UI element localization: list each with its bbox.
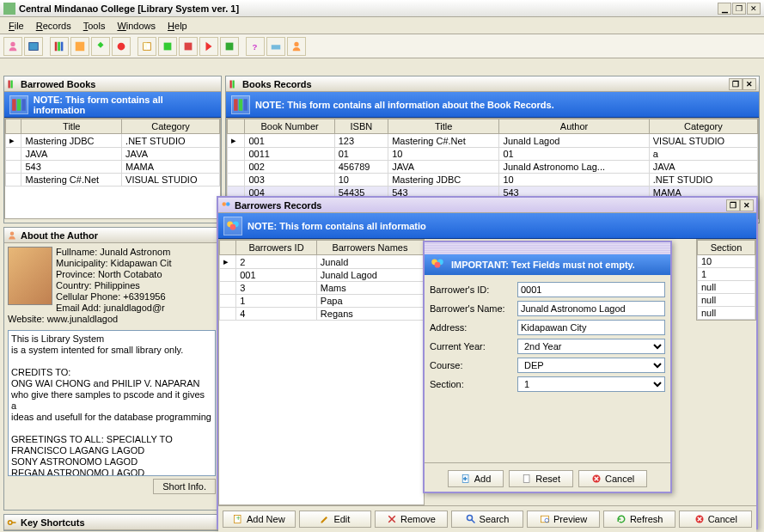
panel-title: Barrowers Records: [235, 200, 322, 211]
refresh-button[interactable]: Refresh: [603, 511, 676, 528]
tb-icon-6[interactable]: [112, 37, 131, 56]
svg-point-30: [230, 223, 236, 229]
dialog-grip[interactable]: [425, 242, 670, 254]
borrower-form-dialog: IMPORTANT: Text Fields must not empty. B…: [423, 241, 672, 493]
svg-rect-9: [226, 42, 234, 50]
table-row: 002456789JAVAJunald Astronomo Lag...JAVA: [228, 161, 758, 174]
svg-rect-4: [61, 41, 64, 51]
svg-rect-15: [12, 99, 16, 111]
key-shortcuts-panel: Key Shortcuts: [3, 514, 220, 531]
tb-icon-9[interactable]: [179, 37, 198, 56]
people-icon: [221, 200, 231, 211]
svg-point-33: [467, 516, 472, 521]
tb-icon-1[interactable]: [3, 37, 22, 56]
borrowed-books-panel: Barrowed Books NOTE: This form contains …: [3, 76, 222, 223]
year-select[interactable]: 2nd Year: [517, 339, 665, 354]
edit-button[interactable]: Edit: [299, 511, 372, 528]
close-button[interactable]: ✕: [747, 3, 761, 15]
svg-rect-16: [17, 99, 21, 111]
borrowed-grid[interactable]: TitleCategory ▸Mastering JDBC.NET STUDIO…: [4, 118, 221, 219]
panel-close-button[interactable]: ✕: [740, 199, 754, 211]
table-row: 3Mams: [220, 282, 424, 295]
books-icon: [231, 95, 250, 114]
maximize-button[interactable]: ❐: [732, 3, 746, 15]
tb-user-icon[interactable]: [287, 37, 306, 56]
menubar: File Records Tools Windows Help: [0, 17, 764, 34]
svg-rect-18: [230, 80, 232, 88]
panel-close-button[interactable]: ✕: [743, 78, 756, 90]
menu-windows[interactable]: Windows: [112, 19, 161, 33]
panel-title: Barrowed Books: [21, 79, 95, 89]
svg-rect-8: [185, 42, 193, 50]
titlebar: Central Mindanao College [Library System…: [0, 0, 764, 17]
address-input[interactable]: [517, 320, 665, 335]
minimize-button[interactable]: ▁: [718, 3, 731, 15]
tb-icon-5[interactable]: [91, 37, 110, 56]
add-new-button[interactable]: +Add New: [223, 511, 296, 528]
reset-button[interactable]: Reset: [509, 470, 573, 487]
tb-books-icon[interactable]: [50, 37, 69, 56]
menu-tools[interactable]: Tools: [78, 19, 111, 33]
tb-icon-8[interactable]: [158, 37, 177, 56]
preview-button[interactable]: Preview: [527, 511, 600, 528]
svg-rect-41: [524, 475, 530, 483]
panel-title: About the Author: [21, 230, 98, 241]
svg-point-26: [223, 202, 227, 206]
tb-icon-4[interactable]: [70, 37, 89, 56]
svg-point-39: [435, 262, 441, 268]
panel-max-button[interactable]: ❐: [726, 199, 740, 211]
table-row: ▸001123Mastering C#.NetJunald LagodVISUA…: [228, 134, 758, 148]
table-row: 543MAMA: [6, 161, 220, 174]
cancel-button[interactable]: Cancel: [679, 511, 752, 528]
svg-rect-5: [76, 41, 85, 51]
svg-rect-2: [55, 41, 58, 51]
remove-button[interactable]: Remove: [375, 511, 448, 528]
tb-icon-10[interactable]: [199, 37, 218, 56]
menu-help[interactable]: Help: [162, 19, 193, 33]
table-row: ▸2Junald: [220, 255, 424, 269]
tb-icon-13[interactable]: [266, 37, 285, 56]
about-author-panel: About the Author Fullname: Junald Astron…: [3, 227, 220, 511]
svg-point-27: [226, 202, 230, 206]
menu-records[interactable]: Records: [31, 19, 76, 33]
svg-rect-3: [58, 41, 60, 51]
table-row: 00310Mastering JDBC10.NET STUDIO: [228, 174, 758, 187]
borrower-name-input[interactable]: [517, 301, 665, 316]
svg-rect-19: [233, 80, 235, 88]
tb-icon-2[interactable]: [24, 37, 43, 56]
svg-rect-7: [164, 42, 172, 50]
svg-rect-1: [29, 42, 39, 50]
short-info-button[interactable]: Short Info.: [153, 479, 216, 494]
note-bar: NOTE: This form contains all information…: [226, 92, 759, 118]
course-select[interactable]: DEP: [517, 358, 665, 373]
panel-max-button[interactable]: ❐: [729, 78, 743, 90]
table-row: 0011011001a: [228, 148, 758, 161]
table-row: 1Papa: [220, 295, 424, 308]
add-button[interactable]: Add: [448, 470, 504, 487]
about-text[interactable]: This is Library System is a system inten…: [8, 330, 216, 476]
table-row: 001Junald Lagod: [220, 269, 424, 282]
svg-rect-22: [243, 99, 248, 111]
search-button[interactable]: Search: [451, 511, 524, 528]
svg-text:+: +: [236, 515, 241, 523]
toolbar: ?: [0, 34, 764, 58]
key-icon: [7, 517, 17, 528]
books-icon: [229, 79, 239, 89]
svg-rect-13: [9, 80, 10, 88]
borrowers-grid[interactable]: Barrowers IDBarrowers Names ▸2Junald 001…: [218, 239, 425, 505]
svg-rect-14: [11, 80, 13, 88]
person-icon: [7, 230, 17, 241]
section-select[interactable]: 1: [517, 376, 665, 392]
tb-icon-11[interactable]: [220, 37, 239, 56]
svg-rect-21: [239, 99, 243, 111]
tb-help-icon[interactable]: ?: [246, 37, 265, 56]
table-row: JAVAJAVA: [6, 148, 220, 161]
svg-rect-25: [11, 522, 15, 523]
svg-rect-17: [21, 99, 26, 111]
borrower-id-input[interactable]: [517, 282, 665, 297]
panel-title: Books Records: [242, 79, 312, 89]
section-grid[interactable]: Section 10 1 null null null: [696, 239, 756, 321]
cancel-button[interactable]: Cancel: [578, 470, 647, 487]
menu-file[interactable]: File: [3, 19, 29, 33]
tb-book-icon[interactable]: [138, 37, 156, 56]
